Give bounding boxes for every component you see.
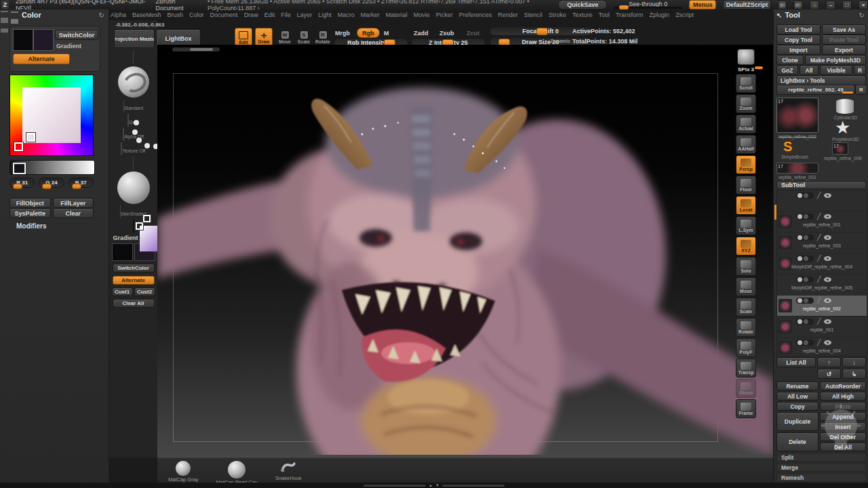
strip-button[interactable]: Solo	[736, 257, 756, 276]
subtool-section-header[interactable]: SubTool	[776, 181, 866, 189]
visibility-toggle[interactable]	[796, 277, 814, 283]
g-slider[interactable]: G 24	[39, 178, 64, 188]
layout-icon[interactable]	[778, 1, 787, 9]
strip-button[interactable]: PolyF	[736, 338, 756, 357]
eye-icon[interactable]	[824, 235, 831, 240]
shelf-toggle-icon[interactable]	[1, 11, 8, 18]
secondary-color-swatch[interactable]	[33, 29, 54, 51]
visibility-toggle[interactable]	[796, 192, 814, 199]
strip-button[interactable]: Actual	[736, 115, 756, 134]
cylinder3d-thumbnail[interactable]	[836, 99, 854, 114]
visibility-toggle[interactable]	[796, 298, 814, 304]
menu-item[interactable]: Material	[386, 12, 408, 18]
menu-item[interactable]: Marker	[361, 12, 380, 18]
eye-icon[interactable]	[824, 319, 831, 324]
simplebrush-thumbnail[interactable]: S	[783, 140, 792, 153]
polypaint-icon[interactable]: ╱	[817, 340, 821, 346]
strip-button[interactable]: Local	[736, 196, 756, 215]
menus-toggle-button[interactable]: Menus	[689, 0, 716, 9]
menu-item[interactable]: Zplugin	[650, 12, 670, 18]
menu-item[interactable]: Layer	[297, 12, 313, 18]
insert-button[interactable]: Insert	[820, 422, 866, 431]
polypaint-icon[interactable]: ╱	[817, 214, 821, 220]
spix-slider[interactable]: SPix 3	[736, 66, 755, 73]
sculpt-demon-creature[interactable]	[157, 45, 773, 455]
menu-item[interactable]: Stroke	[549, 12, 566, 18]
main-color-swatch[interactable]	[13, 29, 33, 51]
list-all-button[interactable]: List All	[776, 357, 816, 367]
del-all-button[interactable]: Del All	[820, 443, 866, 451]
delete-button[interactable]: Delete	[776, 432, 818, 451]
see-through-slider[interactable]: See-through 0	[614, 1, 682, 9]
cust1-button[interactable]: Cust1	[112, 287, 133, 296]
menu-item[interactable]: Preferences	[459, 12, 492, 18]
current-stroke[interactable]: Dots	[113, 115, 154, 127]
b-slider[interactable]: B 37	[68, 178, 94, 188]
polypaint-icon[interactable]: ╱	[817, 235, 821, 241]
rename-button[interactable]: Rename	[776, 382, 818, 390]
paste-subtool-button[interactable]: Paste	[820, 402, 866, 411]
matcap-gray-item[interactable]: MatCap Gray	[168, 461, 199, 483]
paste-tool-button[interactable]: Paste Tool	[822, 35, 866, 45]
clone-button[interactable]: Clone	[776, 55, 804, 65]
menu-item[interactable]: Macro	[338, 12, 355, 18]
modifiers-section-label[interactable]: Modifiers	[16, 222, 46, 230]
tray-color-picker[interactable]	[113, 220, 154, 232]
panel-cycle-icon[interactable]: ↻	[99, 12, 104, 19]
eye-icon[interactable]	[824, 193, 831, 198]
m-button[interactable]: M	[384, 30, 389, 37]
subtool-up-button[interactable]: ↑	[817, 357, 841, 367]
eye-icon[interactable]	[824, 298, 831, 303]
fill-layer-button[interactable]: FillLayer	[53, 198, 94, 208]
projection-master-button[interactable]: Projection Master	[114, 29, 155, 48]
polypaint-icon[interactable]: ╱	[817, 298, 821, 304]
all-high-button[interactable]: All High	[820, 392, 866, 401]
lock-icon[interactable]: ⌂	[810, 1, 819, 9]
polymesh3d-thumbnail[interactable]: ★	[835, 119, 850, 136]
export-button[interactable]: Export	[822, 45, 866, 55]
strip-button[interactable]: L.Sym	[736, 216, 756, 235]
polypaint-icon[interactable]: ╱	[817, 277, 821, 283]
menu-item[interactable]: Picker	[436, 12, 453, 18]
split-section[interactable]: Split	[776, 453, 866, 462]
menu-item[interactable]: Alpha	[111, 12, 126, 18]
tool-cycle-icon[interactable]: ↻	[859, 12, 865, 19]
goz-button[interactable]: GoZ	[776, 65, 798, 75]
load-tool-button[interactable]: Load Tool	[776, 24, 821, 35]
alternate-button[interactable]: Alternate	[13, 54, 70, 64]
eye-icon[interactable]	[824, 214, 831, 219]
subtool-row[interactable]: ╱ reptile_refine_001	[777, 211, 867, 232]
quicksave-button[interactable]: QuickSave	[558, 0, 607, 9]
polypaint-icon[interactable]: ╱	[817, 256, 821, 262]
subtool-redo-button[interactable]: ↳	[842, 369, 866, 379]
hue-selector[interactable]	[14, 142, 23, 151]
strip-button[interactable]: Floor	[736, 176, 756, 195]
subtool-down-button[interactable]: ↓	[842, 357, 866, 367]
close-button[interactable]: ×	[859, 1, 868, 9]
color-picker[interactable]	[9, 75, 94, 156]
del-other-button[interactable]: Del Other	[820, 432, 866, 441]
flat-material-thumb[interactable]	[737, 49, 755, 65]
see-through-handle[interactable]	[619, 5, 629, 9]
bottom-tray-handle[interactable]: ▲ ▼	[0, 483, 868, 488]
sv-selector[interactable]	[143, 215, 151, 222]
goz-visible-button[interactable]: Visible	[820, 65, 852, 75]
reptile-001-thumbnail[interactable]: 17	[776, 163, 818, 174]
cust2-button[interactable]: Cust2	[134, 287, 155, 296]
polypaint-icon[interactable]: ╱	[817, 192, 821, 199]
menu-item[interactable]: BaseMesh	[132, 12, 161, 18]
zadd-button[interactable]: Zadd	[414, 30, 429, 37]
polypaint-icon[interactable]: ╱	[817, 319, 821, 325]
all-low-button[interactable]: All Low	[776, 392, 818, 401]
strip-button[interactable]: Zoom	[736, 94, 756, 113]
clear-all-button[interactable]: Clear All	[113, 299, 155, 308]
copy-tool-button[interactable]: Copy Tool	[776, 35, 821, 45]
subtool-row[interactable]: ╱ reptile_001	[777, 317, 867, 338]
scale-button[interactable]: S Scale	[296, 28, 312, 47]
autoreorder-button[interactable]: AutoReorder	[820, 382, 866, 390]
tray-main-color-swatch[interactable]	[112, 243, 133, 261]
subtool-row[interactable]: ╱ reptile_refine_002	[777, 296, 867, 317]
tray-alternate-button[interactable]: Alternate	[113, 276, 155, 285]
zsub-button[interactable]: Zsub	[439, 30, 454, 37]
tray-expand-icon[interactable]: ▲	[429, 483, 433, 487]
